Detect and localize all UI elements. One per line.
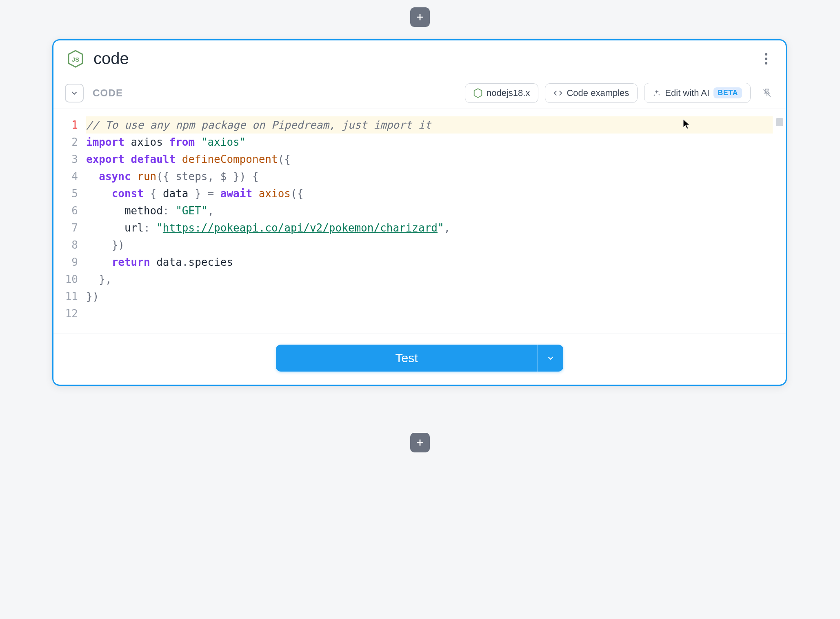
edit-with-ai-label: Edit with AI: [665, 88, 709, 98]
code-examples-button[interactable]: Code examples: [545, 83, 638, 103]
code-line[interactable]: url: "https://pokeapi.co/api/v2/pokemon/…: [86, 219, 773, 236]
sparkle-icon: [653, 89, 661, 97]
chevron-down-icon: [70, 89, 79, 98]
nodejs-icon: JS: [67, 50, 84, 68]
code-line[interactable]: import axios from "axios": [86, 134, 773, 151]
card-header: JS code: [53, 40, 786, 77]
step-title[interactable]: code: [93, 49, 751, 68]
code-icon: [553, 89, 562, 98]
code-area[interactable]: // To use any npm package on Pipedream, …: [86, 116, 786, 322]
card-footer: Test: [53, 334, 786, 385]
code-line[interactable]: const { data } = await axios({: [86, 185, 773, 202]
code-editor[interactable]: 123456789101112 // To use any npm packag…: [53, 109, 786, 334]
editor-toolbar: CODE nodejs18.x Code examples Edit with …: [53, 77, 786, 109]
chevron-down-icon: [546, 354, 555, 363]
beta-badge: BETA: [713, 87, 742, 98]
code-line[interactable]: method: "GET",: [86, 202, 773, 219]
edit-with-ai-button[interactable]: Edit with AI BETA: [644, 83, 751, 103]
code-line[interactable]: return data.species: [86, 254, 773, 271]
line-gutter: 123456789101112: [53, 116, 86, 322]
nodejs-icon: [473, 88, 482, 98]
code-step-card: JS code CODE nodejs18.x Code examples: [52, 39, 787, 386]
code-line[interactable]: // To use any npm package on Pipedream, …: [86, 116, 773, 134]
code-line[interactable]: export default defineComponent({: [86, 151, 773, 168]
code-line[interactable]: }): [86, 236, 773, 254]
runtime-selector[interactable]: nodejs18.x: [465, 83, 538, 103]
scrollbar-thumb[interactable]: [776, 118, 783, 126]
pin-off-icon: [762, 88, 772, 98]
test-button-group: Test: [276, 345, 563, 372]
add-step-above-button[interactable]: [410, 7, 430, 27]
pin-toggle[interactable]: [760, 86, 774, 100]
svg-text:JS: JS: [72, 56, 79, 63]
code-line[interactable]: }): [86, 288, 773, 305]
add-step-below-button[interactable]: [410, 433, 430, 452]
test-button[interactable]: Test: [276, 345, 537, 372]
plus-icon: [415, 437, 425, 448]
section-label: CODE: [93, 87, 123, 99]
code-line[interactable]: },: [86, 271, 773, 288]
plus-icon: [415, 12, 425, 22]
runtime-label: nodejs18.x: [487, 88, 530, 98]
collapse-toggle[interactable]: [65, 84, 84, 102]
code-examples-label: Code examples: [567, 88, 629, 98]
code-line[interactable]: async run({ steps, $ }) {: [86, 168, 773, 185]
step-menu-button[interactable]: [760, 52, 773, 65]
test-dropdown-button[interactable]: [537, 345, 563, 372]
